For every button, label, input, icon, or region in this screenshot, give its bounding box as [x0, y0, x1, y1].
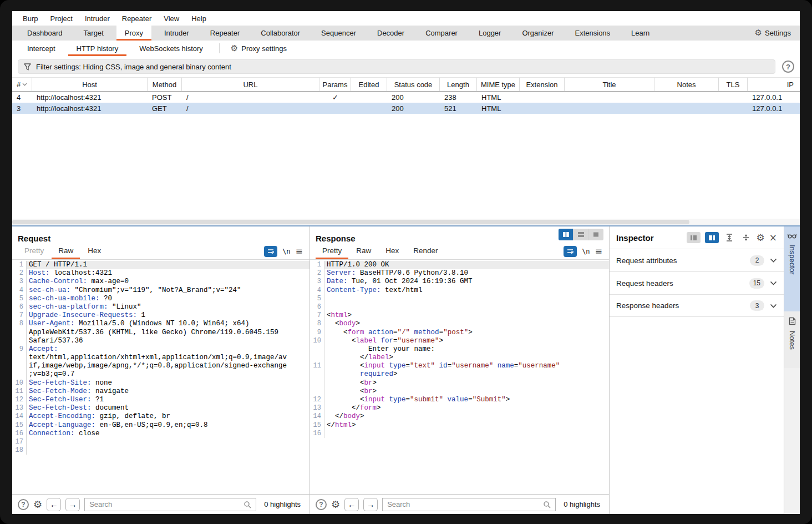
editor-menu-icon[interactable]: ≡ [296, 246, 304, 256]
gear-icon: ⚙ [755, 29, 762, 37]
editor-tab-raw[interactable]: Raw [52, 243, 80, 259]
inspector-section-request-headers[interactable]: Request headers15 [610, 271, 784, 294]
tab-target[interactable]: Target [75, 26, 112, 41]
word-wrap-toggle[interactable] [564, 246, 577, 257]
editor-line: 4Content-Type: text/html [310, 286, 609, 295]
line-number: 15 [310, 421, 324, 430]
editor-menu-icon[interactable]: ≡ [595, 246, 603, 256]
line-content: sec-ch-ua-platform: "Linux" [27, 303, 309, 311]
dock-right-button[interactable] [705, 232, 719, 243]
rows-layout-button[interactable] [574, 229, 588, 240]
single-layout-button[interactable] [588, 229, 603, 240]
http-history-row[interactable]: 3http://localhost:4321GET/200521HTML127.… [12, 103, 800, 114]
side-tab-inspector[interactable]: Inspector [784, 226, 800, 311]
column-header-mime-type[interactable]: MIME type [477, 78, 520, 91]
editor-line: 7Upgrade-Insecure-Requests: 1 [12, 311, 309, 320]
settings-button[interactable]: ⚙ Settings [746, 26, 800, 41]
editor-tab-render[interactable]: Render [407, 243, 444, 259]
line-content: Accept: [27, 345, 309, 354]
tab-proxy[interactable]: Proxy [116, 26, 151, 41]
gear-icon: ⚙ [231, 44, 238, 53]
gear-icon[interactable]: ⚙ [331, 500, 340, 510]
menu-item-project[interactable]: Project [44, 14, 78, 23]
http-history-row[interactable]: 4http://localhost:4321POST/✓200238HTML12… [12, 92, 800, 103]
column-header-tls[interactable]: TLS [719, 78, 748, 91]
column-header-edited[interactable]: Edited [351, 78, 387, 91]
editor-tab-pretty[interactable]: Pretty [316, 243, 348, 259]
search-input[interactable] [89, 500, 243, 508]
editor-line: 17 [12, 438, 309, 446]
tab-extensions[interactable]: Extensions [567, 26, 619, 41]
inspector-section-response-headers[interactable]: Response headers3 [610, 294, 784, 317]
editor-tab-pretty[interactable]: Pretty [18, 243, 50, 259]
response-panel: Response PrettyRawHexRender [310, 226, 610, 514]
newline-toggle[interactable]: \n [578, 248, 593, 255]
editor-tab-raw[interactable]: Raw [349, 243, 378, 259]
help-icon[interactable]: ? [782, 61, 794, 73]
menu-item-help[interactable]: Help [185, 14, 212, 23]
gear-icon[interactable]: ⚙ [33, 500, 42, 510]
tab-repeater[interactable]: Repeater [202, 26, 248, 41]
word-wrap-toggle[interactable] [264, 246, 277, 257]
column-header-length[interactable]: Length [440, 78, 477, 91]
cell-params: ✓ [319, 93, 351, 102]
column-header-url[interactable]: URL [182, 78, 319, 91]
request-toolbar: ? ⚙ ← → 0 highlights [12, 494, 309, 514]
request-editor[interactable]: 1GET / HTTP/1.12Host: localhost:43213Cac… [12, 260, 309, 494]
column-header-[interactable]: # [12, 78, 32, 91]
column-header-status-code[interactable]: Status code [387, 78, 440, 91]
search-input[interactable] [387, 500, 543, 508]
menu-item-repeater[interactable]: Repeater [116, 14, 158, 23]
columns-layout-button[interactable] [559, 229, 574, 240]
cell-url: / [182, 93, 319, 102]
request-title: Request [18, 234, 50, 243]
side-tab-notes[interactable]: Notes [784, 311, 800, 368]
tab-learn[interactable]: Learn [623, 26, 658, 41]
line-content: sec-ch-ua: "Chromium";v="119", "Not?A_Br… [27, 286, 309, 295]
prev-match-button[interactable]: ← [47, 498, 61, 511]
response-editor[interactable]: 1HTTP/1.0 200 OK2Server: BaseHTTP/0.6 Py… [310, 260, 609, 494]
menu-item-intruder[interactable]: Intruder [79, 14, 116, 23]
subtab-websockets-history[interactable]: WebSockets history [131, 41, 211, 56]
table-horizontal-scrollbar[interactable] [12, 219, 800, 225]
editor-line: 6sec-ch-ua-platform: "Linux" [12, 303, 309, 311]
menu-item-burp[interactable]: Burp [17, 14, 44, 23]
tab-logger[interactable]: Logger [470, 26, 509, 41]
help-icon[interactable]: ? [316, 499, 327, 510]
column-header-title[interactable]: Title [565, 78, 654, 91]
tab-collaborator[interactable]: Collaborator [252, 26, 308, 41]
tab-dashboard[interactable]: Dashboard [19, 26, 71, 41]
column-header-ip[interactable]: IP [748, 78, 798, 91]
column-header-host[interactable]: Host [32, 78, 148, 91]
collapse-all-icon[interactable] [740, 234, 752, 241]
expand-all-icon[interactable] [723, 234, 735, 241]
help-icon[interactable]: ? [18, 499, 29, 510]
tab-intruder[interactable]: Intruder [156, 26, 197, 41]
chevron-down-icon [770, 304, 777, 308]
next-match-button[interactable]: → [65, 498, 80, 511]
prev-match-button[interactable]: ← [344, 498, 359, 511]
close-icon[interactable]: × [769, 232, 777, 243]
editor-tab-hex[interactable]: Hex [379, 243, 405, 259]
tab-decoder[interactable]: Decoder [369, 26, 413, 41]
tab-sequencer[interactable]: Sequencer [313, 26, 364, 41]
column-header-params[interactable]: Params [319, 78, 351, 91]
tab-comparer[interactable]: Comparer [417, 26, 466, 41]
next-match-button[interactable]: → [363, 498, 378, 511]
column-header-method[interactable]: Method [148, 78, 182, 91]
tab-organizer[interactable]: Organizer [514, 26, 562, 41]
subtab-intercept[interactable]: Intercept [19, 41, 64, 56]
column-header-notes[interactable]: Notes [654, 78, 719, 91]
scrollbar-thumb[interactable] [12, 220, 689, 224]
subtab-http-history[interactable]: HTTP history [68, 41, 127, 56]
gear-icon[interactable]: ⚙ [757, 233, 765, 243]
dock-left-button[interactable] [687, 232, 701, 243]
proxy-settings-button[interactable]: ⚙ Proxy settings [225, 41, 292, 56]
inspector-section-request-attributes[interactable]: Request attributes2 [610, 249, 784, 271]
menu-item-view[interactable]: View [158, 14, 185, 23]
funnel-icon [24, 63, 31, 70]
filter-settings-bar[interactable]: Filter settings: Hiding CSS, image and g… [18, 59, 775, 74]
newline-toggle[interactable]: \n [278, 248, 294, 255]
column-header-extension[interactable]: Extension [520, 78, 565, 91]
editor-tab-hex[interactable]: Hex [81, 243, 108, 259]
